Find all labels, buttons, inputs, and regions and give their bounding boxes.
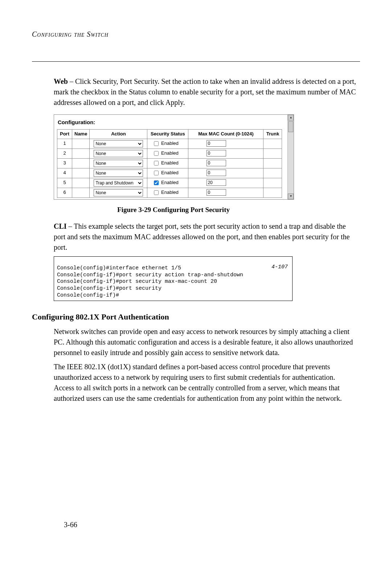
- enabled-checkbox[interactable]: [154, 180, 159, 185]
- action-select[interactable]: NoneTrapShutdownTrap and Shutdown: [94, 170, 143, 177]
- panel-title: Configuration:: [54, 115, 294, 129]
- status-cell: Enabled: [147, 148, 188, 158]
- col-port: Port: [57, 129, 72, 139]
- port-cell: 5: [57, 178, 72, 188]
- enabled-checkbox[interactable]: [154, 190, 159, 195]
- max-cell: [188, 148, 264, 158]
- action-cell: NoneTrapShutdownTrap and Shutdown: [90, 139, 147, 148]
- section-heading: Configuring 802.1X Port Authentication: [32, 311, 360, 323]
- configuration-panel: Configuration: Port Name Action Security…: [54, 114, 294, 200]
- name-cell: [72, 178, 90, 188]
- trunk-cell: [264, 148, 282, 158]
- action-cell: NoneTrapShutdownTrap and Shutdown: [90, 188, 147, 198]
- action-select[interactable]: NoneTrapShutdownTrap and Shutdown: [94, 140, 143, 147]
- col-status: Security Status: [147, 129, 188, 139]
- action-cell: NoneTrapShutdownTrap and Shutdown: [90, 168, 147, 178]
- action-cell: NoneTrapShutdownTrap and Shutdown: [90, 158, 147, 168]
- table-row: 2NoneTrapShutdownTrap and Shutdown Enabl…: [57, 148, 282, 158]
- trunk-cell: [264, 168, 282, 178]
- web-paragraph: Web – Click Security, Port Security. Set…: [54, 76, 356, 108]
- table-header-row: Port Name Action Security Status Max MAC…: [57, 129, 282, 139]
- web-text: – Click Security, Port Security. Set the…: [54, 77, 356, 106]
- trunk-cell: [264, 178, 282, 188]
- web-lead: Web: [54, 77, 68, 85]
- action-select[interactable]: NoneTrapShutdownTrap and Shutdown: [94, 160, 143, 167]
- max-cell: [188, 168, 264, 178]
- figure-caption: Figure 3-29 Configuring Port Security: [54, 205, 293, 215]
- running-head: Configuring the Switch: [32, 29, 360, 40]
- port-cell: 3: [57, 158, 72, 168]
- trunk-cell: [264, 139, 282, 148]
- max-cell: [188, 158, 264, 168]
- max-cell: [188, 178, 264, 188]
- status-cell: Enabled: [147, 158, 188, 168]
- action-select[interactable]: NoneTrapShutdownTrap and Shutdown: [94, 189, 143, 196]
- max-mac-input[interactable]: [207, 150, 226, 156]
- header-rule: [32, 61, 360, 62]
- cli-text: – This example selects the target port, …: [54, 222, 350, 251]
- table-row: 6NoneTrapShutdownTrap and Shutdown Enabl…: [57, 188, 282, 198]
- enabled-label: Enabled: [160, 150, 178, 156]
- action-select[interactable]: NoneTrapShutdownTrap and Shutdown: [94, 150, 143, 157]
- max-cell: [188, 139, 264, 148]
- status-cell: Enabled: [147, 139, 188, 148]
- vertical-scrollbar[interactable]: ▴ ▾: [287, 115, 294, 199]
- section-body: Network switches can provide open and ea…: [54, 326, 356, 404]
- max-cell: [188, 188, 264, 198]
- cli-page-ref: 4-107: [271, 264, 288, 271]
- status-cell: Enabled: [147, 168, 188, 178]
- port-cell: 4: [57, 168, 72, 178]
- col-name: Name: [72, 129, 90, 139]
- enabled-label: Enabled: [160, 141, 178, 146]
- table-row: 5NoneTrapShutdownTrap and Shutdown Enabl…: [57, 178, 282, 188]
- scroll-up-button[interactable]: ▴: [288, 115, 294, 121]
- col-trunk: Trunk: [264, 129, 282, 139]
- col-max: Max MAC Count (0-1024): [188, 129, 264, 139]
- cli-code-block: Console(config)#interface ethernet 1/5 C…: [54, 256, 293, 301]
- enabled-checkbox[interactable]: [154, 151, 159, 156]
- status-cell: Enabled: [147, 178, 188, 188]
- port-security-figure: Configuration: Port Name Action Security…: [54, 114, 360, 200]
- max-mac-input[interactable]: [207, 179, 226, 186]
- section-body-p2: The IEEE 802.1X (dot1X) standard defines…: [54, 362, 356, 404]
- name-cell: [72, 168, 90, 178]
- enabled-checkbox[interactable]: [154, 161, 159, 166]
- name-cell: [72, 158, 90, 168]
- trunk-cell: [264, 158, 282, 168]
- enabled-label: Enabled: [160, 180, 178, 185]
- max-mac-input[interactable]: [207, 189, 226, 196]
- action-cell: NoneTrapShutdownTrap and Shutdown: [90, 178, 147, 188]
- port-security-table: Port Name Action Security Status Max MAC…: [57, 129, 282, 198]
- enabled-label: Enabled: [160, 170, 178, 175]
- status-cell: Enabled: [147, 188, 188, 198]
- name-cell: [72, 139, 90, 148]
- max-mac-input[interactable]: [207, 160, 226, 166]
- port-cell: 1: [57, 139, 72, 148]
- action-cell: NoneTrapShutdownTrap and Shutdown: [90, 148, 147, 158]
- cli-lead: CLI: [54, 222, 67, 230]
- scroll-down-button[interactable]: ▾: [288, 194, 294, 199]
- enabled-checkbox[interactable]: [154, 171, 159, 175]
- trunk-cell: [264, 188, 282, 198]
- col-action: Action: [90, 129, 147, 139]
- max-mac-input[interactable]: [207, 140, 226, 147]
- port-cell: 2: [57, 148, 72, 158]
- name-cell: [72, 148, 90, 158]
- page-number: 3-66: [64, 520, 77, 530]
- table-row: 1NoneTrapShutdownTrap and Shutdown Enabl…: [57, 139, 282, 148]
- name-cell: [72, 188, 90, 198]
- cli-paragraph: CLI – This example selects the target po…: [54, 221, 356, 253]
- section-body-p1: Network switches can provide open and ea…: [54, 326, 356, 358]
- action-select[interactable]: NoneTrapShutdownTrap and Shutdown: [94, 179, 143, 187]
- enabled-label: Enabled: [160, 160, 178, 166]
- scroll-thumb[interactable]: [288, 121, 293, 132]
- port-cell: 6: [57, 188, 72, 198]
- max-mac-input[interactable]: [207, 170, 226, 176]
- table-row: 4NoneTrapShutdownTrap and Shutdown Enabl…: [57, 168, 282, 178]
- cli-lines: Console(config)#interface ethernet 1/5 C…: [57, 265, 243, 298]
- enabled-label: Enabled: [160, 190, 178, 195]
- table-row: 3NoneTrapShutdownTrap and Shutdown Enabl…: [57, 158, 282, 168]
- enabled-checkbox[interactable]: [154, 141, 159, 146]
